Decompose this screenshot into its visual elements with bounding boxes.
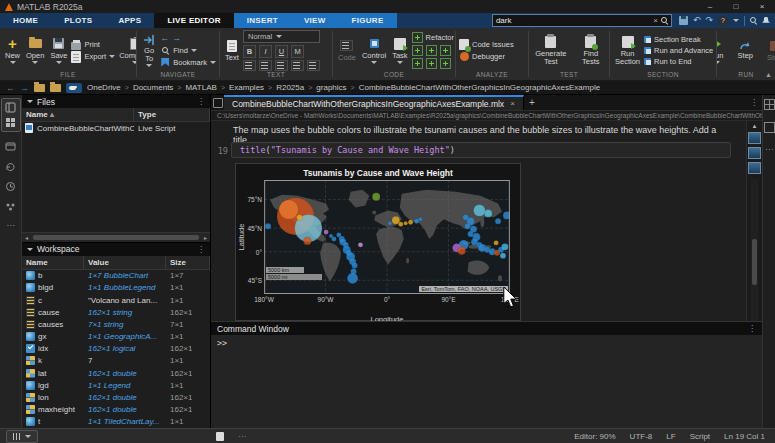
workspace-variable-row[interactable]: blgd1×1 BubbleLegend1×1 xyxy=(22,282,210,294)
code-button[interactable]: Code xyxy=(336,38,358,63)
wrap-function-icon[interactable] xyxy=(412,45,423,56)
run-and-advance-button[interactable]: Run and Advance xyxy=(644,46,713,55)
code-line[interactable]: title("Tsunamis by Cause and Wave Height… xyxy=(231,142,731,158)
bold-button[interactable]: B xyxy=(243,45,256,58)
workspace-variable-row[interactable]: b1×7 BubbleChart1×7 xyxy=(22,270,210,282)
breadcrumb-item[interactable]: OneDrive xyxy=(87,83,121,92)
debugger-button[interactable]: Debugger xyxy=(459,52,514,62)
history-clock-icon[interactable] xyxy=(5,181,16,192)
panels-icon[interactable] xyxy=(5,102,16,113)
find-tests-button[interactable]: Find Tests xyxy=(576,34,606,68)
new-tab-button[interactable]: + xyxy=(524,95,540,110)
document-tab[interactable]: CombineBubbleChartWithOtherGraphicsInGeo… xyxy=(224,95,524,110)
workspace-variable-row[interactable]: lgd1×1 Legend1×1 xyxy=(22,379,210,391)
print-button[interactable]: Print xyxy=(71,40,115,50)
resources-icon[interactable] xyxy=(750,17,757,24)
ribbon-tab-apps[interactable]: APPS xyxy=(105,13,154,28)
text-button[interactable]: Text xyxy=(223,38,241,63)
more-icon[interactable]: ⋯ xyxy=(7,221,15,230)
workspace-variable-row[interactable]: idx162×1 logical162×1 xyxy=(22,343,210,355)
quick-save-icon[interactable] xyxy=(679,16,688,25)
run-button[interactable]: Run xyxy=(717,36,726,65)
profiler-icon[interactable] xyxy=(764,122,775,133)
panel-menu-icon[interactable]: ⋮ xyxy=(748,324,756,333)
align-center-icon[interactable] xyxy=(291,60,304,71)
breadcrumb-item[interactable]: MATLAB xyxy=(185,83,216,92)
collapse-panel-icon[interactable] xyxy=(27,248,33,251)
italic-button[interactable]: I xyxy=(259,45,272,58)
workspace-col-value[interactable]: Value xyxy=(84,256,166,269)
refactor-button[interactable]: Refactor xyxy=(412,32,455,43)
back-icon[interactable]: ← xyxy=(6,83,15,93)
community-icon[interactable] xyxy=(5,201,16,212)
workspace-variable-row[interactable]: t1×1 TiledChartLay...1×1 xyxy=(22,416,210,428)
more-icon[interactable]: ⋯ xyxy=(765,145,773,154)
ribbon-tab-plots[interactable]: PLOTS xyxy=(51,13,105,28)
search-input[interactable] xyxy=(496,16,650,25)
ribbon-tab-insert[interactable]: INSERT xyxy=(234,13,291,28)
browse-folder-icon[interactable] xyxy=(50,84,61,92)
geographic-axes[interactable]: 75°N45°N0°45°S Latitude 180°W90°W0°90°E1… xyxy=(264,180,510,294)
files-col-name[interactable]: Name ▴ xyxy=(22,108,134,121)
text-style-dropdown[interactable]: Normal xyxy=(243,30,320,43)
breadcrumb-item[interactable]: Documents xyxy=(133,83,173,92)
output-thumbnail[interactable] xyxy=(748,132,761,144)
workspace-variable-row[interactable]: maxheight162×1 double162×1 xyxy=(22,404,210,416)
workspace-variable-row[interactable]: causes7×1 string7×1 xyxy=(22,318,210,330)
files-panel-header[interactable]: Files ⋮ xyxy=(22,95,210,108)
scrollbar-thumb[interactable] xyxy=(33,235,199,240)
open-button[interactable]: Open xyxy=(24,36,46,65)
inline-function-icon[interactable] xyxy=(440,45,451,56)
clear-search-icon[interactable]: × xyxy=(653,16,658,25)
step-button[interactable]: Step xyxy=(736,40,755,61)
workspace-view-button[interactable] xyxy=(6,430,38,443)
align-left-icon[interactable] xyxy=(275,60,288,71)
forward-icon[interactable]: → xyxy=(172,34,181,43)
workspace-variable-row[interactable]: c"Volcano and Lan...1×1 xyxy=(22,294,210,306)
control-button[interactable]: Control xyxy=(360,36,388,65)
redo-icon[interactable]: ↷ xyxy=(705,14,713,27)
workspace-variable-row[interactable]: k71×1 xyxy=(22,355,210,367)
workspace-col-size[interactable]: Size xyxy=(166,256,210,269)
new-button[interactable]: + New xyxy=(3,36,22,65)
editor-scrollbar[interactable] xyxy=(751,179,758,321)
monospace-button[interactable]: M xyxy=(291,45,304,58)
section-break-button[interactable]: Section Break xyxy=(644,35,713,44)
code-issues-button[interactable]: Code Issues xyxy=(459,40,514,50)
extract-function-icon[interactable] xyxy=(426,45,437,56)
command-window[interactable]: >> xyxy=(211,335,762,428)
scroll-up-icon[interactable]: ▲ xyxy=(752,123,758,129)
notifications-bell-icon[interactable] xyxy=(762,17,770,25)
live-editor-canvas[interactable]: The map uses the bubble colors to illust… xyxy=(211,121,762,321)
scroll-left-icon[interactable]: ◂ xyxy=(22,234,31,241)
undo-icon[interactable]: ↶ xyxy=(693,14,701,27)
workspace-variable-row[interactable]: gx1×1 GeographicA...1×1 xyxy=(22,331,210,343)
close-tab-icon[interactable]: × xyxy=(510,99,515,108)
maximize-button[interactable]: □ xyxy=(723,0,749,13)
search-icon[interactable] xyxy=(661,17,668,24)
numbered-list-icon[interactable] xyxy=(259,60,272,71)
workspace-variable-row[interactable]: cause162×1 string162×1 xyxy=(22,306,210,318)
output-thumbnail[interactable] xyxy=(748,147,761,159)
workspace-variable-row[interactable]: lat162×1 double162×1 xyxy=(22,367,210,379)
breadcrumb-item[interactable]: CombineBubbleChartWithOtherGraphicsInGeo… xyxy=(359,83,600,92)
underline-button[interactable]: U xyxy=(275,45,288,58)
folder-up-icon[interactable] xyxy=(34,84,45,92)
help-caret-icon[interactable] xyxy=(733,19,739,22)
minimize-button[interactable]: – xyxy=(697,0,723,13)
bookmark-button[interactable]: Bookmark xyxy=(160,57,216,67)
task-button[interactable]: Task xyxy=(390,36,409,65)
documentation-search[interactable]: × xyxy=(492,14,672,27)
document-bar-icon[interactable] xyxy=(213,98,223,108)
scrollbar-thumb[interactable] xyxy=(752,239,757,285)
workspace-col-name[interactable]: Name xyxy=(22,256,84,269)
tab-bar-menu-icon[interactable]: ⋮ xyxy=(746,95,762,110)
window-icon[interactable] xyxy=(5,141,16,152)
move-icon[interactable] xyxy=(426,58,437,69)
file-row[interactable]: CombineBubbleChartWithO... Live Script xyxy=(22,122,210,134)
ribbon-tab-live-editor[interactable]: LIVE EDITOR xyxy=(154,13,233,28)
forward-icon[interactable]: → xyxy=(20,83,29,93)
export-button[interactable]: Export xyxy=(71,52,115,62)
layout-grid-icon[interactable] xyxy=(5,117,16,128)
goto-button[interactable]: Go To xyxy=(140,33,158,69)
